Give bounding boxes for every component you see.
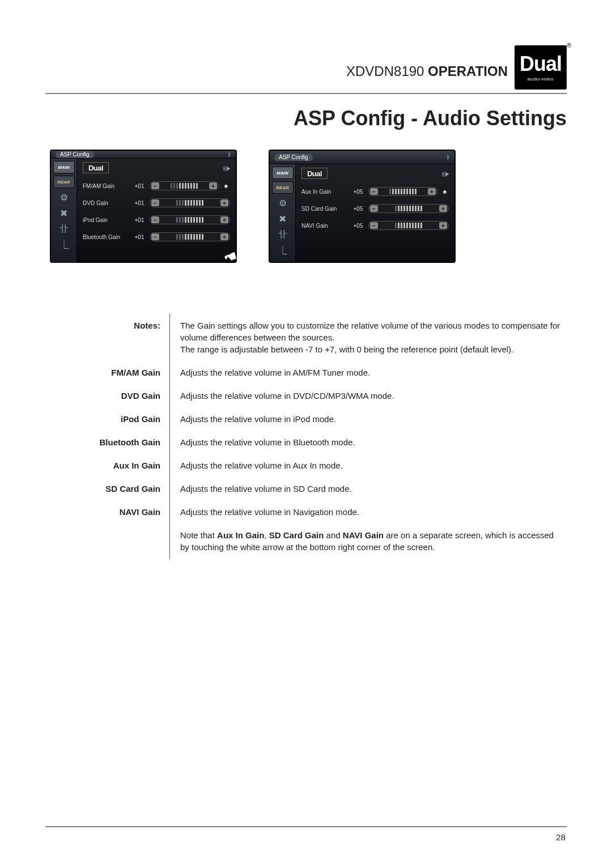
screen-content: Dual 🕪 FM/AM Gain +01 − + ♠ DVD Gain +01	[77, 159, 236, 263]
plus-button[interactable]: +	[220, 233, 228, 240]
gain-slider[interactable]: − +	[150, 181, 219, 190]
main-button[interactable]: MAIN	[53, 161, 75, 173]
plus-button[interactable]: +	[209, 182, 217, 189]
definitions-table: Notes: The Gain settings allow you to cu…	[45, 314, 567, 559]
bluetooth-icon: ᛒ	[228, 151, 231, 158]
plus-button[interactable]: +	[220, 199, 228, 206]
rear-button[interactable]: REAR	[53, 176, 75, 188]
gain-slider[interactable]: − +	[368, 204, 449, 213]
footnote-bold: Aux In Gain	[217, 530, 264, 540]
gain-label: SD Card Gain	[301, 206, 348, 212]
gain-row-dvd: DVD Gain +01 − +	[83, 197, 230, 209]
main-button[interactable]: MAIN	[272, 167, 294, 179]
def-label: Bluetooth Gain	[45, 431, 170, 454]
minus-button[interactable]: −	[151, 233, 159, 240]
page-header: XDVDN8190 OPERATION Dual audio·video	[45, 45, 567, 90]
minus-button[interactable]: −	[151, 199, 159, 206]
def-label: SD Card Gain	[45, 477, 170, 500]
notes-label: Notes:	[45, 314, 170, 361]
graph-icon[interactable]: ⎿	[56, 238, 72, 252]
gain-label: iPod Gain	[83, 217, 129, 223]
footnote-part: and	[324, 530, 342, 540]
scroll-up-icon[interactable]: ♠	[441, 188, 449, 195]
plus-button[interactable]: +	[439, 205, 447, 212]
gain-slider[interactable]: − +	[150, 198, 230, 207]
settings-icon[interactable]: ⚙	[56, 190, 72, 204]
mini-logo: Dual	[301, 168, 328, 179]
gain-label: NAVI Gain	[301, 223, 348, 229]
gain-label: FM/AM Gain	[83, 183, 129, 189]
logo-subtext: audio·video	[528, 76, 554, 82]
logo-text: Dual	[520, 54, 562, 74]
header-text: XDVDN8190 OPERATION	[346, 63, 508, 79]
equalizer-icon[interactable]: 卝	[56, 222, 72, 236]
def-desc: Adjusts the relative volume in iPod mode…	[170, 407, 567, 431]
header-divider	[45, 93, 567, 94]
gain-row-bluetooth: Bluetooth Gain +01 − +	[83, 231, 230, 242]
hand-cursor-icon: ☚	[221, 247, 239, 268]
gain-slider[interactable]: − +	[150, 232, 230, 241]
def-label: DVD Gain	[45, 384, 170, 407]
footer-divider	[45, 826, 567, 827]
minus-button[interactable]: −	[370, 222, 378, 229]
mini-logo: Dual	[83, 162, 109, 173]
scroll-up-icon[interactable]: ♠	[222, 182, 230, 189]
footnote-bold: NAVI Gain	[343, 530, 384, 540]
screen-sidebar: MAIN REAR ⚙ ✖ 卝 ⎿	[51, 159, 77, 263]
gain-row-ipod: iPod Gain +01 − +	[83, 214, 230, 225]
screens-row: ASP Config ᛒ MAIN REAR ⚙ ✖ 卝 ⎿ Dual 🕪 FM…	[45, 150, 567, 263]
audio-icon: 🕪	[441, 169, 449, 178]
footnote-part: ,	[264, 530, 269, 540]
model-number: XDVDN8190	[346, 63, 424, 79]
def-label: iPod Gain	[45, 407, 170, 431]
gain-bars	[161, 216, 219, 224]
gain-bars	[380, 188, 426, 195]
gain-label: Aux In Gain	[301, 189, 348, 195]
gain-value: +05	[351, 206, 365, 212]
notes-text: The Gain settings allow you to customize…	[170, 314, 567, 361]
audio-icon: 🕪	[222, 164, 230, 173]
screen-title: ASP Config	[56, 151, 94, 158]
def-label: NAVI Gain	[45, 500, 170, 524]
settings-icon[interactable]: ⚙	[275, 196, 291, 210]
minus-button[interactable]: −	[151, 182, 159, 189]
def-desc: Adjusts the relative volume in Aux In mo…	[170, 454, 567, 477]
def-desc: Adjusts the relative volume in AM/FM Tun…	[170, 361, 567, 384]
minus-button[interactable]: −	[370, 205, 378, 212]
equalizer-icon[interactable]: 卝	[275, 228, 291, 241]
bluetooth-icon: ᛒ	[447, 154, 450, 160]
operation-label: OPERATION	[428, 63, 508, 79]
gain-slider[interactable]: − +	[368, 221, 449, 230]
gain-row-fmam: FM/AM Gain +01 − + ♠	[83, 180, 230, 192]
def-desc: Adjusts the relative volume in Navigatio…	[170, 500, 567, 524]
def-label: FM/AM Gain	[45, 361, 170, 384]
tools-icon[interactable]: ✖	[56, 206, 72, 220]
rear-button[interactable]: REAR	[272, 181, 294, 194]
gain-slider[interactable]: − +	[150, 215, 230, 224]
gain-label: Bluetooth Gain	[83, 234, 129, 240]
screen-sidebar: MAIN REAR ⚙ ✖ 卝 ⎿	[270, 164, 296, 262]
screen-asp-config-1: ASP Config ᛒ MAIN REAR ⚙ ✖ 卝 ⎿ Dual 🕪 FM…	[50, 150, 237, 263]
gain-slider[interactable]: − +	[368, 187, 437, 196]
gain-row-sdcard: SD Card Gain +05 − +	[301, 203, 449, 214]
tools-icon[interactable]: ✖	[275, 212, 291, 225]
plus-button[interactable]: +	[428, 188, 436, 195]
graph-icon[interactable]: ⎿	[275, 244, 291, 257]
gain-value: +05	[351, 189, 365, 195]
gain-row-auxin: Aux In Gain +05 − + ♠	[301, 186, 449, 197]
brand-logo: Dual audio·video	[515, 45, 567, 90]
section-title: ASP Config - Audio Settings	[45, 107, 567, 130]
gain-bars	[161, 233, 219, 241]
plus-button[interactable]: +	[220, 216, 228, 223]
def-desc: Adjusts the relative volume in DVD/CD/MP…	[170, 384, 567, 407]
gain-bars	[161, 182, 207, 190]
minus-button[interactable]: −	[370, 188, 378, 195]
screen-header: ASP Config ᛒ	[270, 151, 454, 164]
screen-content: Dual 🕪 Aux In Gain +05 − + ♠ SD Card Gai…	[296, 164, 454, 262]
def-desc: Adjusts the relative volume in SD Card m…	[170, 477, 567, 500]
minus-button[interactable]: −	[151, 216, 159, 223]
gain-bars	[380, 222, 437, 229]
screen-header: ASP Config ᛒ	[51, 151, 236, 159]
footnote-bold: SD Card Gain	[269, 530, 324, 540]
plus-button[interactable]: +	[439, 222, 447, 229]
